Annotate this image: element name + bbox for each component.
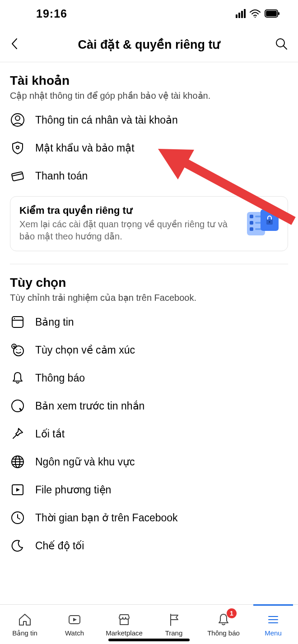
svg-rect-3 — [278, 12, 279, 15]
feed-icon — [10, 314, 25, 330]
section-account-subtitle: Cập nhật thông tin để góp phần bảo vệ tà… — [10, 90, 288, 101]
row-label: Thanh toán — [35, 170, 88, 182]
row-newsfeed[interactable]: Bảng tin — [10, 308, 288, 336]
svg-point-15 — [14, 346, 23, 356]
tab-notifications[interactable]: 1 Thông báo — [199, 605, 248, 644]
tab-newsfeed[interactable]: Bảng tin — [0, 605, 50, 644]
section-prefs-subtitle: Tùy chỉnh trải nghiệm của bạn trên Faceb… — [10, 292, 288, 304]
tab-label: Thông báo — [207, 629, 240, 637]
card-icon — [10, 168, 25, 184]
status-icons — [236, 9, 280, 18]
card-subtitle: Xem lại các cài đặt quan trọng về quyền … — [19, 218, 239, 243]
row-label: Tùy chọn về cảm xúc — [35, 344, 135, 356]
tab-pages[interactable]: Trang — [149, 605, 199, 644]
tab-label: Menu — [265, 629, 282, 637]
row-reactions[interactable]: Tùy chọn về cảm xúc — [10, 336, 288, 364]
card-title: Kiểm tra quyền riêng tư — [19, 205, 239, 216]
nav-header: Cài đặt & quyền riêng tư — [0, 27, 298, 62]
person-icon — [10, 112, 25, 128]
tab-marketplace[interactable]: Marketplace — [99, 605, 149, 644]
status-bar: 19:16 — [0, 0, 298, 27]
row-shortcuts[interactable]: Lối tắt — [10, 420, 288, 448]
row-label: Thông tin cá nhân và tài khoản — [35, 114, 178, 126]
row-time-on-facebook[interactable]: Thời gian bạn ở trên Facebook — [10, 504, 288, 532]
bubble-icon — [10, 398, 25, 414]
row-label: Bản xem trước tin nhắn — [35, 400, 144, 412]
row-label: Ngôn ngữ và khu vực — [35, 456, 135, 468]
svg-line-9 — [13, 174, 23, 176]
privacy-illustration — [247, 209, 279, 238]
row-language[interactable]: Ngôn ngữ và khu vực — [10, 448, 288, 476]
row-notifications[interactable]: Thông báo — [10, 364, 288, 392]
clock-icon — [10, 510, 25, 525]
row-media[interactable]: File phương tiện — [10, 476, 288, 504]
tab-label: Watch — [65, 629, 84, 637]
row-label: Chế độ tối — [35, 540, 84, 552]
reaction-icon — [10, 342, 25, 358]
row-label: Thời gian bạn ở trên Facebook — [35, 512, 178, 524]
tab-bar: Bảng tin Watch Marketplace Trang 1 Thông… — [0, 604, 298, 644]
tab-watch[interactable]: Watch — [50, 605, 99, 644]
shield-icon — [10, 140, 25, 156]
search-button[interactable] — [275, 37, 288, 52]
svg-marker-26 — [16, 488, 20, 492]
row-label: Lối tắt — [35, 428, 65, 440]
svg-point-0 — [255, 17, 256, 18]
row-label: File phương tiện — [35, 484, 111, 496]
moon-icon — [10, 538, 25, 553]
row-label: Thông báo — [35, 372, 85, 384]
row-password-security[interactable]: Mật khẩu và bảo mật — [10, 134, 288, 162]
svg-rect-2 — [266, 11, 277, 16]
privacy-checkup-card[interactable]: Kiểm tra quyền riêng tư Xem lại các cài … — [10, 196, 288, 251]
row-label: Mật khẩu và bảo mật — [35, 142, 135, 154]
tab-label: Trang — [165, 629, 183, 637]
tab-label: Bảng tin — [12, 629, 37, 637]
section-prefs-title: Tùy chọn — [10, 275, 288, 290]
svg-point-11 — [269, 221, 270, 223]
section-account-title: Tài khoản — [10, 73, 288, 88]
globe-icon — [10, 454, 25, 469]
content-scroll[interactable]: Tài khoản Cập nhật thông tin để góp phần… — [0, 62, 298, 604]
svg-rect-12 — [12, 317, 23, 327]
row-payments[interactable]: Thanh toán — [10, 162, 288, 190]
back-button[interactable] — [10, 37, 20, 52]
svg-point-14 — [14, 318, 15, 319]
svg-point-6 — [15, 116, 20, 120]
cellular-icon — [236, 9, 246, 18]
page-title: Cài đặt & quyền riêng tư — [78, 37, 220, 52]
svg-rect-8 — [12, 172, 24, 181]
row-label: Bảng tin — [35, 316, 74, 328]
row-personal-info[interactable]: Thông tin cá nhân và tài khoản — [10, 106, 288, 134]
status-time: 19:16 — [36, 7, 67, 20]
pin-icon — [10, 426, 25, 442]
svg-marker-31 — [73, 618, 77, 621]
svg-point-7 — [16, 146, 19, 149]
section-divider — [10, 264, 288, 264]
tab-menu[interactable]: Menu — [248, 605, 298, 644]
notification-badge: 1 — [227, 608, 237, 618]
battery-icon — [265, 9, 280, 18]
tab-label: Marketplace — [106, 629, 143, 637]
home-indicator — [108, 639, 190, 641]
row-dark-mode[interactable]: Chế độ tối — [10, 532, 288, 560]
row-message-preview[interactable]: Bản xem trước tin nhắn — [10, 392, 288, 420]
svg-point-17 — [20, 349, 21, 350]
bell-icon — [10, 370, 25, 386]
wifi-icon — [249, 9, 261, 18]
svg-point-16 — [16, 349, 17, 350]
media-icon — [10, 482, 25, 497]
